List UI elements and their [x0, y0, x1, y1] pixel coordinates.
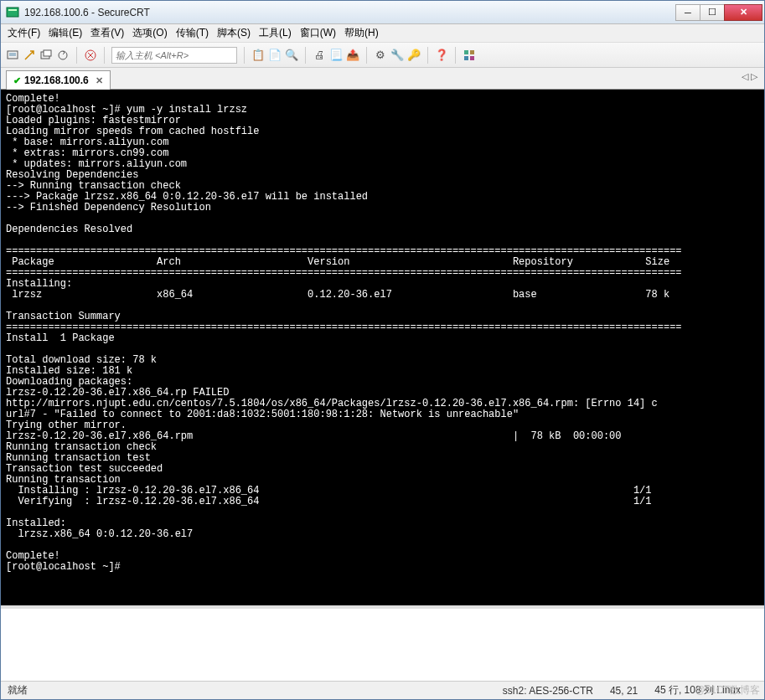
minimize-button[interactable]: ─	[675, 4, 700, 21]
svg-rect-4	[44, 50, 51, 56]
menubar: 文件(F) 编辑(E) 查看(V) 选项(O) 传输(T) 脚本(S) 工具(L…	[1, 24, 764, 43]
svg-rect-0	[7, 8, 18, 17]
toolbar-separator	[305, 47, 306, 64]
session-tab[interactable]: ✔ 192.168.100.6 ✕	[6, 70, 111, 90]
tab-label: 192.168.100.6	[24, 75, 89, 86]
status-ready: 就绪	[8, 683, 28, 697]
print-icon[interactable]: 🖨	[313, 49, 326, 62]
toolbar: 📋 📄 🔍 🖨 📃 📤 ⚙ 🔧 🔑 ❓	[1, 43, 764, 68]
quick-connect-icon[interactable]	[23, 49, 36, 62]
reconnect-icon[interactable]	[56, 49, 70, 62]
tools-icon[interactable]: 🔧	[390, 49, 404, 62]
watermark: @51CT数博客	[695, 683, 760, 697]
menu-window[interactable]: 窗口(W)	[300, 26, 336, 40]
toolbar-separator	[427, 47, 428, 64]
help-icon[interactable]: ❓	[435, 49, 448, 62]
copy-icon[interactable]: 📋	[251, 49, 265, 62]
menu-file[interactable]: 文件(F)	[8, 26, 40, 40]
toolbar-separator	[455, 47, 456, 64]
menu-view[interactable]: 查看(V)	[90, 26, 124, 40]
svg-rect-10	[470, 56, 474, 60]
statusbar: 就绪 ssh2: AES-256-CTR 45, 21 45 行, 108 列 …	[1, 681, 764, 699]
tabbar: ✔ 192.168.100.6 ✕ ◁ ▷	[1, 68, 764, 90]
status-cursor: 45, 21	[610, 685, 638, 697]
log-icon[interactable]: 📃	[329, 49, 343, 62]
status-ssh: ssh2: AES-256-CTR	[503, 685, 593, 697]
menu-edit[interactable]: 编辑(E)	[49, 26, 82, 40]
sessions-icon[interactable]	[463, 49, 476, 62]
tab-prev-icon[interactable]: ◁	[742, 71, 748, 81]
key-icon[interactable]: 🔑	[407, 49, 421, 62]
maximize-button[interactable]: ☐	[700, 4, 725, 21]
titlebar: 192.168.100.6 - SecureCRT ─ ☐ ✕	[1, 1, 764, 24]
host-input[interactable]	[111, 47, 237, 64]
menu-help[interactable]: 帮助(H)	[344, 26, 379, 40]
terminal-output[interactable]: Complete! [root@localhost ~]# yum -y ins…	[1, 90, 764, 605]
toolbar-separator	[244, 47, 245, 64]
paste-icon[interactable]: 📄	[268, 49, 282, 62]
svg-rect-8	[470, 50, 474, 54]
send-icon[interactable]: 📤	[346, 49, 359, 62]
svg-rect-9	[464, 56, 468, 60]
close-button[interactable]: ✕	[724, 4, 762, 21]
window-title: 192.168.100.6 - SecureCRT	[24, 7, 676, 18]
tab-next-icon[interactable]: ▷	[751, 71, 757, 81]
app-icon	[6, 6, 19, 19]
menu-options[interactable]: 选项(O)	[132, 26, 167, 40]
toolbar-separator	[366, 47, 367, 64]
svg-rect-7	[464, 50, 468, 54]
command-pane[interactable]	[1, 605, 764, 681]
menu-tools[interactable]: 工具(L)	[259, 26, 292, 40]
tab-close-icon[interactable]: ✕	[96, 75, 103, 86]
connect-icon[interactable]	[6, 49, 19, 62]
toolbar-separator	[76, 47, 77, 64]
tab-new-icon[interactable]	[39, 49, 53, 62]
disconnect-icon[interactable]	[84, 49, 97, 62]
toolbar-separator	[104, 47, 105, 64]
svg-point-5	[59, 51, 67, 59]
svg-rect-1	[8, 9, 17, 11]
connected-check-icon: ✔	[13, 75, 21, 86]
menu-script[interactable]: 脚本(S)	[217, 26, 251, 40]
properties-icon[interactable]: ⚙	[374, 49, 387, 62]
menu-transfer[interactable]: 传输(T)	[176, 26, 209, 40]
find-icon[interactable]: 🔍	[285, 49, 298, 62]
